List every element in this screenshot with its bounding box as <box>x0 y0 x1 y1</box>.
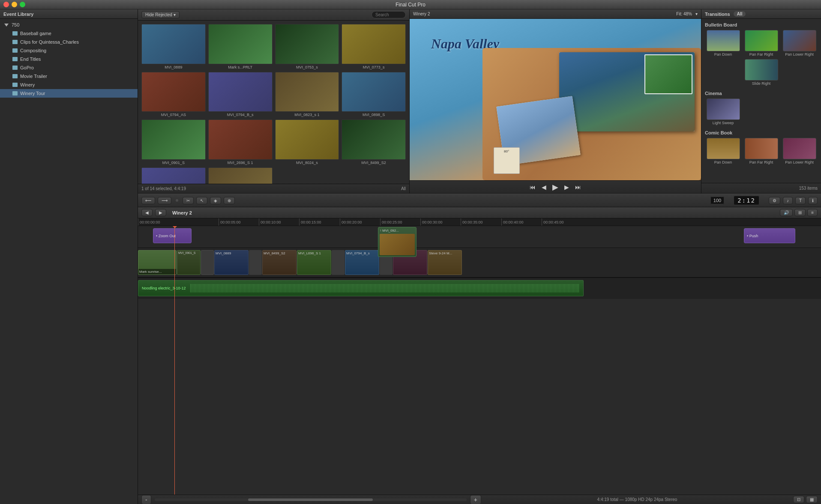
dot-indicator <box>176 199 178 202</box>
transition-light-sweep[interactable]: Light Sweep <box>705 98 741 125</box>
timeline-back-btn[interactable]: ◀ <box>141 209 153 216</box>
library-item-baseball[interactable]: Baseball game <box>0 29 138 38</box>
video-clip-8[interactable]: Steve 9-24 M... <box>428 250 462 275</box>
video-clip-1[interactable]: Mark sunrise... <box>138 250 177 275</box>
clip-item-MVI_8500_S2[interactable]: MVI_8500_S2 <box>141 167 206 184</box>
transition-comic-pan-down[interactable]: Pan Down <box>705 138 741 164</box>
video-clip-6[interactable]: MVI_0794_B_s <box>345 250 379 275</box>
settings-button[interactable]: ⚙ <box>769 197 780 204</box>
info-button[interactable]: ℹ <box>808 197 818 204</box>
close-button[interactable] <box>3 2 9 7</box>
search-input[interactable] <box>372 11 406 18</box>
ruler-mark-7: 00:00:35:00 <box>461 218 483 226</box>
library-item-end-titles[interactable]: End Titles <box>0 55 138 63</box>
timeline-snap-btn[interactable]: ⊞ <box>794 209 806 216</box>
transitions-footer: 153 items <box>701 183 821 193</box>
ruler-mark-8: 00:00:40:00 <box>501 218 524 226</box>
video-clip-5[interactable]: MVI_L696_S 1 <box>297 250 331 275</box>
timeline-fwd-btn[interactable]: ▶ <box>155 209 166 216</box>
all-button[interactable]: All <box>401 186 406 191</box>
transitions-panel: Transitions All Bulletin Board Pan Down <box>701 9 821 193</box>
transition-slide-right[interactable]: Slide Right <box>705 59 818 86</box>
transition-pan-far-right[interactable]: Pan Far Right <box>743 30 779 57</box>
clip-item-Mark_s_PRLT[interactable]: Mark s...PRLT <box>208 24 273 69</box>
clip-thumb-MVI_0823_s1 <box>275 72 339 112</box>
clip-item-MVI_8024_s[interactable]: MVI_8024_s <box>275 119 339 165</box>
push-label: • Push <box>747 234 758 238</box>
text-button[interactable]: T <box>795 197 806 204</box>
event-icon <box>12 30 18 36</box>
video-clip-4[interactable]: MVI_8499_S2 <box>262 250 297 275</box>
hide-rejected-button[interactable]: Hide Rejected ▾ <box>141 11 180 18</box>
transitions-filter[interactable]: All <box>734 11 746 17</box>
event-browser-footer: 1 of 14 selected, 4:4:19 All <box>138 184 409 193</box>
transition-pan-lower-right[interactable]: Pan Lower Right <box>781 30 818 57</box>
video-clip-3[interactable]: MVI_0889 <box>214 250 249 275</box>
timeline-grid-btn[interactable]: ▦ <box>806 496 818 503</box>
play-button[interactable]: ▶ <box>551 182 560 192</box>
audio-clip-label: Noodling electric_3-10-12 <box>142 286 186 290</box>
clip-item-MVI_0794_B_s[interactable]: MVI_0794_B_s <box>208 72 273 117</box>
transition-comic-pan-lower-right[interactable]: Pan Lower Right <box>781 138 818 164</box>
top-row: Hide Rejected ▾ MVI_0889 Mark s...PRLT M… <box>138 9 821 194</box>
clip-thumb-Steve_cted_s <box>208 167 273 184</box>
speed-indicator: 100 <box>710 198 724 203</box>
toolbar-arrow-btn[interactable]: ⟵ <box>141 197 155 204</box>
timeline-audio-btn[interactable]: 🔊 <box>780 209 793 216</box>
clip-item-MVI_0794_AS[interactable]: MVI_0794_AS <box>141 72 206 117</box>
transition-3[interactable] <box>332 250 345 275</box>
library-item-label: GoPro <box>20 65 34 70</box>
library-item-movie-trailer[interactable]: Movie Trailer <box>0 72 138 81</box>
zoom-tool[interactable]: ⊕ <box>224 197 235 204</box>
clip-item-MVI_2696_S1[interactable]: MVI_2696_S 1 <box>208 119 273 165</box>
push-clip[interactable]: • Push <box>744 228 795 243</box>
step-forward-button[interactable]: ▶ <box>563 184 571 191</box>
clip-item-MVI_0898_S[interactable]: MVI_0898_S <box>342 72 406 117</box>
zoom-out-clip[interactable]: • Zoom Out <box>153 228 192 243</box>
transition-comic-pan-far-right[interactable]: Pan Far Right <box>743 138 779 164</box>
timeline-ruler: 00:00:00:00 00:00:05:00 00:00:10:00 00:0… <box>138 218 821 226</box>
timeline-more-btn[interactable]: ≡ <box>807 209 818 216</box>
clip-thumb-MVI_8024_s <box>275 119 339 160</box>
clip-item-Steve_cted_s[interactable]: Steve...cted_s <box>208 167 273 184</box>
clip-item-MVI_0773_s[interactable]: MVI_0773_s <box>342 24 406 69</box>
library-root[interactable]: 750 <box>0 21 138 29</box>
transition-2[interactable] <box>249 250 262 275</box>
floating-clip-mvi092[interactable]: ↑ MVI_092... <box>378 227 416 257</box>
maximize-button[interactable] <box>20 2 25 7</box>
clip-thumb-MVI_0794_B_s <box>208 72 273 112</box>
toolbar-forward-btn[interactable]: ⟶ <box>158 197 171 204</box>
timeline-tracks[interactable]: • Zoom Out ↑ MVI_092... • Push <box>138 226 821 495</box>
clip-item-MVI_0901_S[interactable]: MVI_0901_S <box>141 119 206 165</box>
select-tool[interactable]: ↖ <box>196 197 207 204</box>
timeline-zoom-fit-btn[interactable]: ⊡ <box>793 496 804 503</box>
clip-item-MVI_0823_s1[interactable]: MVI_0823_s 1 <box>275 72 339 117</box>
library-item-compositing[interactable]: Compositing <box>0 46 138 55</box>
go-to-end-button[interactable]: ⏭ <box>573 184 583 191</box>
library-item-winery-tour[interactable]: Winery Tour <box>0 89 138 98</box>
blade-tool[interactable]: ◈ <box>210 197 221 204</box>
zoom-out-timeline-btn[interactable]: - <box>141 495 151 504</box>
clip-item-MVI_0753_s[interactable]: MVI_0753_s <box>275 24 339 69</box>
step-back-button[interactable]: ◀ <box>540 184 548 191</box>
zoom-slider[interactable] <box>155 498 467 501</box>
clip-item-MVI_0889[interactable]: MVI_0889 <box>141 24 206 69</box>
audio-clip[interactable]: Noodling electric_3-10-12 <box>138 280 584 296</box>
library-tree[interactable]: 750 Baseball game Clips for Quintessa_Ch… <box>0 19 138 504</box>
minimize-button[interactable] <box>12 2 17 7</box>
trim-tool[interactable]: ✂ <box>183 197 194 204</box>
zoom-in-timeline-btn[interactable]: + <box>470 495 481 504</box>
video-clip-2[interactable]: MVI_0901_S <box>177 250 201 275</box>
transitions-count: 153 items <box>799 186 818 191</box>
audio-button[interactable]: ♪ <box>783 197 793 204</box>
clip-item-MVI_8499_S2[interactable]: MVI_8499_S2 <box>342 119 406 165</box>
go-to-start-button[interactable]: ⏮ <box>528 184 537 191</box>
library-item-clips[interactable]: Clips for Quintessa_Charles <box>0 38 138 46</box>
transition-pan-down[interactable]: Pan Down <box>705 30 741 57</box>
viewer-fit-dropdown[interactable]: ▾ <box>695 12 698 16</box>
transition-light-sweep-label: Light Sweep <box>713 121 734 125</box>
library-item-winery[interactable]: Winery <box>0 81 138 89</box>
library-item-gopro[interactable]: GoPro <box>0 63 138 72</box>
event-icon <box>12 65 18 71</box>
transition-1[interactable] <box>201 250 214 275</box>
